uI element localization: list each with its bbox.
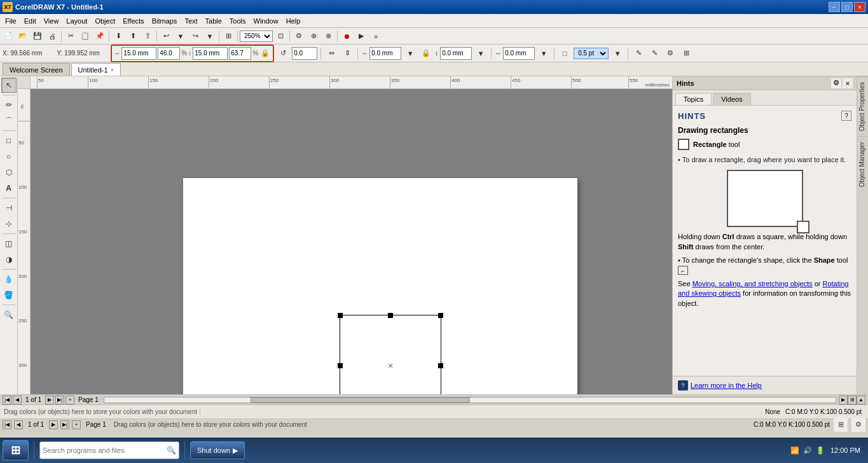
status-btn1[interactable]: ⊞ — [834, 418, 848, 432]
rotation-input[interactable] — [292, 47, 317, 60]
outline-unit-btn[interactable]: ▼ — [610, 46, 624, 60]
outline-options[interactable]: □ — [558, 46, 572, 60]
nav-prev-button[interactable]: ◀ — [13, 396, 22, 404]
handle-top-right[interactable] — [438, 313, 443, 318]
menu-file[interactable]: File — [1, 16, 20, 26]
shutdown-button[interactable]: Shut down ▶ — [190, 441, 245, 459]
vpos-unit[interactable]: ▼ — [474, 46, 488, 60]
title-bar-controls[interactable]: − □ × — [829, 2, 865, 12]
horizontal-scrollbar[interactable]: |◀ ◀ 1 of 1 ▶ ▶| + Page 1 ▶ ⊞ ▲ — [0, 394, 868, 404]
scrollbar-thumb[interactable] — [251, 397, 470, 403]
select-tool[interactable]: ↖ — [1, 78, 17, 93]
status-btn2[interactable]: ⚙ — [851, 418, 865, 432]
outline-size-select[interactable]: 0.5 pt — [574, 48, 609, 59]
tab-untitled[interactable]: Untitled-1 × — [71, 63, 121, 76]
parallel-dim-tool[interactable]: ⊣ — [1, 200, 17, 216]
scroll-up-button[interactable]: ▲ — [857, 396, 865, 404]
snap-button[interactable]: ⊞ — [221, 29, 235, 43]
handle-mid-right[interactable] — [438, 363, 443, 368]
status-nav2[interactable]: ◀ — [14, 420, 23, 429]
maximize-button[interactable]: □ — [841, 2, 853, 12]
redo-list-button[interactable]: ▼ — [203, 29, 217, 43]
tab-welcome[interactable]: Welcome Screen — [3, 63, 70, 76]
record-button[interactable]: ⏺ — [340, 29, 354, 43]
publish-button[interactable]: ⇪ — [141, 29, 155, 43]
canvas-area[interactable]: 50 100 150 200 250 300 350 400 450 500 5… — [18, 76, 672, 394]
menu-effects[interactable]: Effects — [119, 16, 148, 26]
paste-button[interactable]: 📌 — [93, 29, 107, 43]
print-button[interactable]: 🖨 — [45, 29, 59, 43]
align-button[interactable]: ⊞ — [679, 46, 693, 60]
undo-button[interactable]: ↩ — [159, 29, 173, 43]
nav-add-button[interactable]: + — [65, 396, 74, 404]
nav-last-button[interactable]: ▶| — [55, 396, 64, 404]
menu-text[interactable]: Text — [181, 16, 201, 26]
scroll-right-button[interactable]: ▶ — [839, 396, 848, 404]
drawing-page[interactable]: × — [183, 178, 577, 394]
status-nav3[interactable]: ▶ — [49, 420, 58, 429]
side-tab-object-manager[interactable]: Object Manager — [857, 136, 868, 192]
close-button[interactable]: × — [854, 2, 865, 12]
smart-draw-tool[interactable]: ⌒ — [1, 113, 17, 128]
connector-tool[interactable]: ⊹ — [1, 216, 17, 232]
height-pct-input[interactable] — [229, 47, 251, 60]
tray-icon-network[interactable]: 📶 — [790, 445, 800, 455]
hints-tab-videos[interactable]: Videos — [713, 93, 750, 105]
search-icon[interactable]: 🔍 — [167, 446, 176, 455]
nav-first-button[interactable]: |◀ — [3, 396, 11, 404]
search-input[interactable] — [43, 446, 167, 454]
eyedropper-tool[interactable]: 💧 — [1, 272, 17, 287]
selected-rectangle[interactable]: × — [340, 315, 441, 394]
hpos-unit[interactable]: ▼ — [403, 46, 417, 60]
redo-button[interactable]: ↪ — [188, 29, 202, 43]
cut-button[interactable]: ✂ — [64, 29, 78, 43]
zoom-apply-button[interactable]: ⊡ — [273, 29, 287, 43]
status-nav1[interactable]: |◀ — [3, 420, 11, 429]
canvas-workspace[interactable]: × — [31, 89, 672, 394]
menu-edit[interactable]: Edit — [20, 16, 40, 26]
hpos2-unit[interactable]: ▼ — [537, 46, 551, 60]
scroll-corner-button[interactable]: ⊞ — [848, 396, 857, 404]
lock-ratio-button[interactable]: 🔒 — [259, 48, 271, 59]
save-button[interactable]: 💾 — [31, 29, 45, 43]
transparency-tool[interactable]: ◑ — [1, 252, 17, 267]
tray-icon-battery[interactable]: 🔋 — [815, 445, 825, 455]
menu-table[interactable]: Table — [202, 16, 226, 26]
handle-top-center[interactable] — [388, 313, 393, 318]
link-moving[interactable]: Moving, scaling, and stretching objects — [692, 280, 813, 287]
menu-object[interactable]: Object — [91, 16, 119, 26]
fill-tool[interactable]: 🪣 — [1, 287, 17, 303]
minimize-button[interactable]: − — [829, 2, 840, 12]
flip-v-button[interactable]: ⇕ — [340, 46, 354, 60]
polygon-tool[interactable]: ⬡ — [1, 165, 17, 180]
freehand-tool[interactable]: ✏ — [1, 97, 17, 113]
options-button1[interactable]: ⚙ — [292, 29, 306, 43]
hpos-input[interactable] — [369, 47, 401, 60]
clock[interactable]: 12:00 PM — [828, 446, 863, 454]
search-bar[interactable]: 🔍 — [39, 441, 179, 459]
hints-options-button[interactable]: ⚙ — [831, 78, 841, 88]
zoom-select[interactable]: 250% — [240, 31, 273, 42]
menu-layout[interactable]: Layout — [62, 16, 91, 26]
options-button3[interactable]: ⊗ — [321, 29, 335, 43]
flip-h-button[interactable]: ⇔ — [324, 46, 338, 60]
height-input[interactable] — [193, 47, 228, 60]
menu-bitmaps[interactable]: Bitmaps — [148, 16, 181, 26]
copy-button[interactable]: 📋 — [78, 29, 92, 43]
hints-close-button[interactable]: × — [843, 78, 853, 88]
width-input[interactable] — [121, 47, 156, 60]
text-tool[interactable]: A — [1, 181, 17, 196]
drop-shadow-tool[interactable]: ◫ — [1, 236, 17, 251]
copy-style-button[interactable]: ✎ — [647, 46, 661, 60]
edit-style-button[interactable]: ✎ — [631, 46, 645, 60]
scrollbar-track[interactable] — [104, 397, 836, 403]
tab-close-icon[interactable]: × — [111, 67, 114, 73]
hints-tab-topics[interactable]: Topics — [675, 93, 712, 105]
hpos2-input[interactable] — [503, 47, 535, 60]
new-button[interactable]: 📄 — [1, 29, 15, 43]
ellipse-tool[interactable]: ○ — [1, 149, 17, 164]
start-button[interactable]: ⊞ — [3, 440, 29, 460]
menu-tools[interactable]: Tools — [226, 16, 250, 26]
zoom-tool[interactable]: 🔍 — [1, 307, 17, 322]
macro-button[interactable]: ▶ — [354, 29, 368, 43]
